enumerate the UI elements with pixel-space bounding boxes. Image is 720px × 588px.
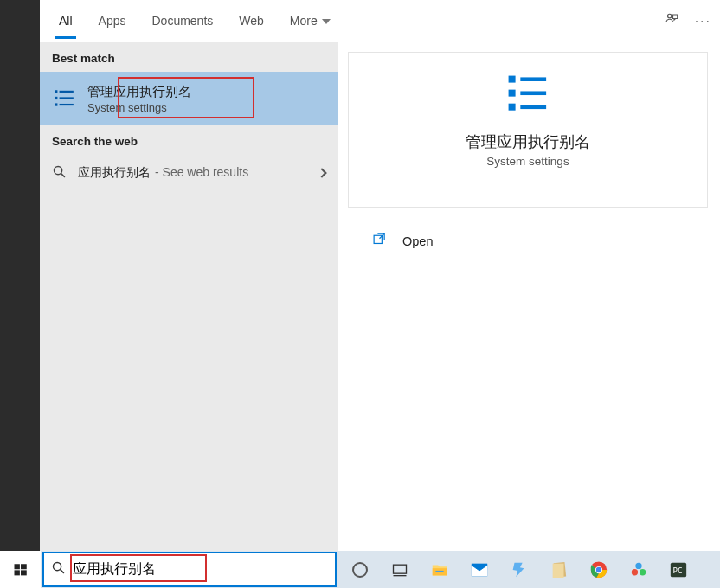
taskview-icon[interactable] — [389, 559, 410, 580]
notes-icon[interactable] — [549, 559, 569, 580]
svg-rect-28 — [553, 563, 564, 578]
open-action[interactable]: Open — [348, 220, 708, 262]
section-search-web: Search the web — [40, 125, 338, 155]
svg-point-0 — [667, 14, 672, 18]
svg-rect-19 — [21, 570, 27, 575]
svg-rect-9 — [508, 76, 515, 83]
svg-rect-17 — [21, 564, 27, 569]
tab-more-label: More — [290, 14, 318, 28]
cortana-icon[interactable] — [350, 559, 370, 580]
section-best-match: Best match — [40, 42, 338, 72]
search-results-panel: All Apps Documents Web More ··· Best mat… — [40, 0, 338, 551]
web-query: 应用执行别名 — [78, 165, 151, 181]
result-title: 管理应用执行别名 — [87, 84, 191, 100]
search-icon — [52, 164, 67, 182]
web-result[interactable]: 应用执行别名 - See web results — [40, 155, 338, 191]
tab-web[interactable]: Web — [235, 3, 267, 39]
taskbar-search-box[interactable] — [42, 552, 337, 587]
app-icon[interactable] — [628, 559, 649, 580]
svg-line-21 — [61, 570, 64, 573]
mail-icon[interactable] — [469, 559, 490, 580]
svg-rect-12 — [520, 91, 546, 95]
terminal-icon[interactable]: PC — [668, 559, 689, 580]
svg-text:PC: PC — [673, 565, 683, 574]
top-tabs: All Apps Documents Web More ··· — [40, 0, 720, 42]
preview-subtitle: System settings — [486, 155, 569, 168]
file-explorer-icon[interactable] — [429, 559, 450, 580]
svg-rect-4 — [60, 97, 74, 99]
thunder-icon[interactable] — [509, 559, 530, 580]
chevron-down-icon — [322, 19, 331, 24]
svg-point-7 — [54, 166, 61, 174]
search-input[interactable] — [73, 562, 330, 578]
svg-rect-3 — [55, 97, 57, 99]
tab-documents[interactable]: Documents — [148, 3, 216, 39]
windows-logo-icon — [13, 562, 29, 578]
taskbar-icons: PC — [350, 559, 689, 580]
svg-rect-6 — [60, 104, 74, 105]
svg-point-32 — [635, 562, 641, 568]
svg-rect-25 — [435, 570, 443, 572]
svg-rect-16 — [14, 564, 19, 569]
feedback-icon[interactable] — [664, 12, 679, 31]
preview-title: 管理应用执行别名 — [466, 131, 590, 152]
svg-rect-13 — [508, 104, 515, 111]
svg-rect-1 — [55, 90, 57, 93]
tab-more[interactable]: More — [286, 3, 334, 39]
chrome-icon[interactable] — [588, 559, 609, 580]
svg-line-8 — [61, 173, 65, 176]
svg-point-34 — [640, 569, 646, 575]
left-dark-strip — [0, 0, 40, 551]
svg-rect-2 — [60, 91, 74, 93]
svg-rect-11 — [508, 90, 515, 97]
chevron-right-icon — [317, 168, 326, 177]
result-subtitle: System settings — [87, 101, 191, 114]
svg-rect-5 — [55, 103, 57, 105]
svg-point-33 — [632, 569, 638, 575]
more-options-icon[interactable]: ··· — [695, 14, 711, 29]
search-icon — [51, 560, 66, 578]
settings-list-icon — [52, 86, 76, 111]
result-best-match[interactable]: 管理应用执行别名 System settings — [40, 72, 338, 125]
svg-rect-22 — [394, 565, 407, 573]
web-suffix: - See web results — [155, 165, 248, 181]
open-label: Open — [402, 234, 433, 248]
preview-panel: 管理应用执行别名 System settings — [348, 52, 708, 208]
preview-list-icon — [505, 72, 552, 123]
tab-all[interactable]: All — [55, 3, 76, 39]
taskbar: PC — [0, 551, 720, 588]
svg-rect-14 — [520, 105, 546, 110]
open-icon — [372, 232, 387, 250]
tab-apps[interactable]: Apps — [95, 3, 130, 39]
svg-point-31 — [596, 566, 601, 572]
svg-rect-10 — [520, 77, 546, 81]
start-button[interactable] — [0, 551, 41, 588]
svg-rect-18 — [14, 570, 19, 575]
svg-point-20 — [53, 562, 61, 570]
